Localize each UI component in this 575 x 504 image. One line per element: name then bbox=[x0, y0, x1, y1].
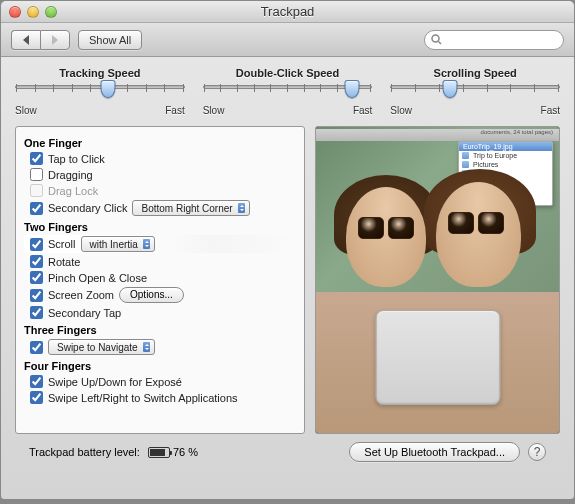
tracking-speed-label: Tracking Speed bbox=[15, 67, 185, 79]
battery-label: Trackpad battery level: bbox=[29, 446, 140, 458]
three-finger-swipe-popup[interactable]: Swipe to Navigate bbox=[48, 339, 155, 355]
nav-seg bbox=[11, 30, 70, 50]
doubleclick-speed-block: Double-Click Speed SlowFast bbox=[203, 67, 373, 116]
help-button[interactable]: ? bbox=[528, 443, 546, 461]
switch-apps-checkbox[interactable] bbox=[30, 391, 43, 404]
window: Trackpad Show All Tracking Speed SlowFas… bbox=[0, 0, 575, 500]
speed-sliders: Tracking Speed SlowFast Double-Click Spe… bbox=[15, 67, 560, 116]
secondary-click-popup[interactable]: Bottom Right Corner bbox=[132, 200, 249, 216]
secondary-click-checkbox[interactable] bbox=[30, 202, 43, 215]
doubleclick-speed-label: Double-Click Speed bbox=[203, 67, 373, 79]
forward-button[interactable] bbox=[40, 30, 70, 50]
two-fingers-heading: Two Fingers bbox=[24, 221, 296, 233]
battery-indicator: 76 % bbox=[148, 446, 198, 458]
svg-point-0 bbox=[432, 35, 439, 42]
dragging-checkbox[interactable] bbox=[30, 168, 43, 181]
screen-zoom-checkbox[interactable] bbox=[30, 289, 43, 302]
content: Tracking Speed SlowFast Double-Click Spe… bbox=[1, 57, 574, 476]
preview-doc-info: documents, 24 total pages) bbox=[481, 129, 553, 135]
show-all-button[interactable]: Show All bbox=[78, 30, 142, 50]
battery-percent: 76 % bbox=[173, 446, 198, 458]
toolbar: Show All bbox=[1, 23, 574, 57]
slider-knob[interactable] bbox=[344, 80, 359, 98]
search-icon bbox=[431, 34, 442, 45]
options-panel: One Finger Tap to Click Dragging Drag Lo… bbox=[15, 126, 305, 434]
trackpad-image bbox=[375, 310, 500, 405]
screen-zoom-options-button[interactable]: Options... bbox=[119, 287, 184, 303]
three-fingers-heading: Three Fingers bbox=[24, 324, 296, 336]
back-button[interactable] bbox=[11, 30, 40, 50]
battery-icon bbox=[148, 447, 170, 458]
setup-bluetooth-button[interactable]: Set Up Bluetooth Trackpad... bbox=[349, 442, 520, 462]
expose-checkbox[interactable] bbox=[30, 375, 43, 388]
three-finger-swipe-checkbox[interactable] bbox=[30, 341, 43, 354]
search-field[interactable] bbox=[424, 30, 564, 50]
svg-line-1 bbox=[439, 42, 442, 45]
tracking-speed-slider[interactable] bbox=[15, 85, 185, 103]
scroll-popup[interactable]: with Inertia bbox=[81, 236, 155, 252]
rotate-checkbox[interactable] bbox=[30, 255, 43, 268]
search-input[interactable] bbox=[446, 34, 557, 46]
secondary-tap-checkbox[interactable] bbox=[30, 306, 43, 319]
drag-lock-checkbox bbox=[30, 184, 43, 197]
scrolling-speed-slider[interactable] bbox=[390, 85, 560, 103]
footer: Trackpad battery level: 76 % Set Up Blue… bbox=[15, 434, 560, 470]
window-title: Trackpad bbox=[1, 4, 574, 19]
tap-to-click-checkbox[interactable] bbox=[30, 152, 43, 165]
pinch-checkbox[interactable] bbox=[30, 271, 43, 284]
doubleclick-speed-slider[interactable] bbox=[203, 85, 373, 103]
gesture-preview: documents, 24 total pages) EuroTrip_19.j… bbox=[315, 126, 560, 434]
one-finger-heading: One Finger bbox=[24, 137, 296, 149]
slider-knob[interactable] bbox=[442, 80, 457, 98]
scrolling-speed-label: Scrolling Speed bbox=[390, 67, 560, 79]
scroll-checkbox[interactable] bbox=[30, 238, 43, 251]
slider-knob[interactable] bbox=[101, 80, 116, 98]
scrolling-speed-block: Scrolling Speed SlowFast bbox=[390, 67, 560, 116]
titlebar: Trackpad bbox=[1, 1, 574, 23]
tracking-speed-block: Tracking Speed SlowFast bbox=[15, 67, 185, 116]
four-fingers-heading: Four Fingers bbox=[24, 360, 296, 372]
